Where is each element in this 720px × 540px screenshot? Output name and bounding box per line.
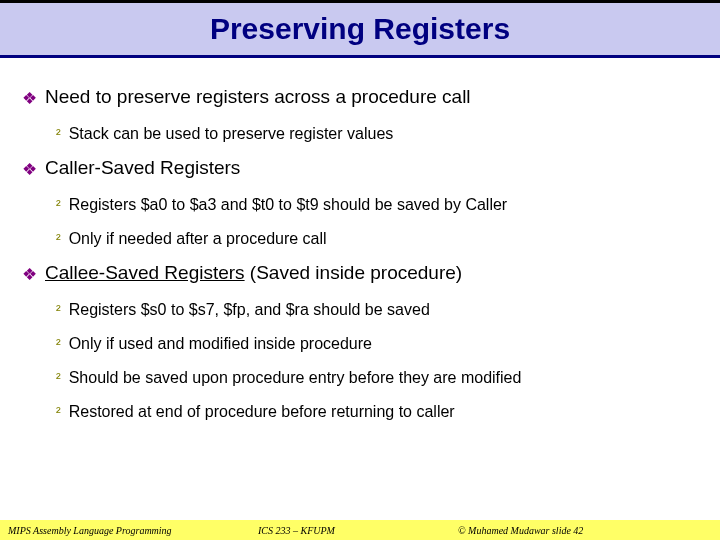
footer-mid: ICS 233 – KFUPM [258,525,458,536]
bullet-level2: ² Restored at end of procedure before re… [56,403,698,421]
bullet-text-underline: Callee-Saved Registers [45,262,245,283]
bullet-text: Only if needed after a procedure call [69,230,327,248]
sub-bullet-icon: ² [56,370,61,386]
bullet-level1: ❖ Need to preserve registers across a pr… [22,86,698,109]
bullet-text-plain: (Saved inside procedure) [245,262,463,283]
bullet-text: Registers $s0 to $s7, $fp, and $ra shoul… [69,301,430,319]
diamond-bullet-icon: ❖ [22,159,37,180]
slide-content: ❖ Need to preserve registers across a pr… [0,58,720,421]
bullet-text: Registers $a0 to $a3 and $t0 to $t9 shou… [69,196,508,214]
bullet-text: Need to preserve registers across a proc… [45,86,471,108]
bullet-text: Stack can be used to preserve register v… [69,125,394,143]
bullet-level2: ² Stack can be used to preserve register… [56,125,698,143]
diamond-bullet-icon: ❖ [22,264,37,285]
bullet-text: Callee-Saved Registers (Saved inside pro… [45,262,462,284]
bullet-text: Should be saved upon procedure entry bef… [69,369,522,387]
bullet-level2: ² Should be saved upon procedure entry b… [56,369,698,387]
sub-bullet-icon: ² [56,336,61,352]
bullet-text: Only if used and modified inside procedu… [69,335,372,353]
slide-footer: MIPS Assembly Language Programming ICS 2… [0,520,720,540]
diamond-bullet-icon: ❖ [22,88,37,109]
slide-title: Preserving Registers [210,12,510,46]
title-bar: Preserving Registers [0,0,720,58]
bullet-level2: ² Only if needed after a procedure call [56,230,698,248]
sub-bullet-icon: ² [56,404,61,420]
bullet-level2: ² Registers $s0 to $s7, $fp, and $ra sho… [56,301,698,319]
sub-bullet-icon: ² [56,302,61,318]
bullet-text: Caller-Saved Registers [45,157,240,179]
bullet-level1: ❖ Callee-Saved Registers (Saved inside p… [22,262,698,285]
bullet-level1: ❖ Caller-Saved Registers [22,157,698,180]
footer-left: MIPS Assembly Language Programming [8,525,258,536]
sub-bullet-icon: ² [56,231,61,247]
sub-bullet-icon: ² [56,197,61,213]
footer-right: © Muhamed Mudawar slide 42 [458,525,712,536]
sub-bullet-icon: ² [56,126,61,142]
bullet-level2: ² Only if used and modified inside proce… [56,335,698,353]
bullet-text: Restored at end of procedure before retu… [69,403,455,421]
bullet-level2: ² Registers $a0 to $a3 and $t0 to $t9 sh… [56,196,698,214]
